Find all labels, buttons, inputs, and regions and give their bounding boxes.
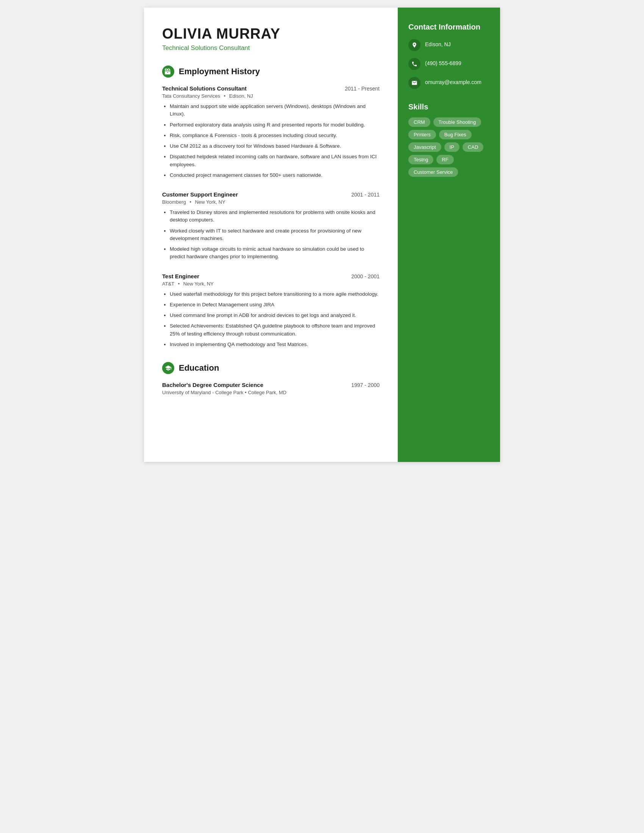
skills-section: Skills CRMTrouble ShootingPrintersBug Fi…: [408, 103, 489, 177]
separator: •: [189, 199, 191, 205]
skill-tag: Bug Fixes: [439, 130, 472, 139]
edu-dates: 1997 - 2000: [351, 382, 380, 388]
job-header: Customer Support Engineer 2001 - 2011: [162, 191, 380, 198]
job-bullet: Modeled high voltage circuits to mimic a…: [170, 245, 380, 261]
job-bullet: Traveled to Disney stores and implemente…: [170, 209, 380, 224]
edu-degree: Bachelor's Degree Computer Science: [162, 382, 263, 388]
education-list: Bachelor's Degree Computer Science 1997 …: [162, 382, 380, 395]
job-bullets: Traveled to Disney stores and implemente…: [162, 209, 380, 261]
resume-wrapper: OLIVIA MURRAY Technical Solutions Consul…: [144, 8, 500, 462]
job-bullet: Used command line prompt in ADB for andr…: [170, 312, 380, 319]
contact-email-text: omurray@example.com: [425, 77, 481, 86]
job-bullet: Risk, compliance & Forensics - tools & p…: [170, 132, 380, 139]
job-bullet: Dispatched helpdesk related incoming cal…: [170, 153, 380, 169]
candidate-name: OLIVIA MURRAY: [162, 26, 380, 42]
skill-tag: IP: [444, 142, 459, 152]
education-section-header: Education: [162, 362, 380, 374]
job-dates: 2011 - Present: [345, 85, 380, 92]
job-header: Technical Solutions Consultant 2011 - Pr…: [162, 85, 380, 92]
job-entry: Technical Solutions Consultant 2011 - Pr…: [162, 85, 380, 179]
job-title: Customer Support Engineer: [162, 191, 238, 198]
location-icon-wrap: [408, 39, 420, 51]
job-company: Tata Consultancy Services • Edison, NJ: [162, 93, 380, 99]
sidebar: Contact Information Edison, NJ (490) 555…: [398, 8, 500, 462]
education-section-title: Education: [179, 363, 219, 373]
job-bullet: Conducted project management classes for…: [170, 172, 380, 179]
skill-tag: Printers: [408, 130, 436, 139]
job-bullet: Used waterfall methodology for this proj…: [170, 290, 380, 298]
job-dates: 2001 - 2011: [351, 191, 380, 198]
jobs-list: Technical Solutions Consultant 2011 - Pr…: [162, 85, 380, 348]
contact-location: Edison, NJ: [408, 39, 489, 51]
phone-icon-wrap: [408, 58, 420, 70]
job-entry: Customer Support Engineer 2001 - 2011 Bl…: [162, 191, 380, 261]
job-title: Test Engineer: [162, 273, 199, 280]
separator: •: [178, 281, 180, 286]
skills-tags: CRMTrouble ShootingPrintersBug FixesJava…: [408, 117, 489, 177]
employment-icon: [162, 66, 174, 78]
contact-section-title: Contact Information: [408, 23, 489, 31]
phone-icon: [411, 61, 417, 67]
candidate-title: Technical Solutions Consultant: [162, 44, 380, 52]
employment-section-header: Employment History: [162, 66, 380, 78]
edu-entry: Bachelor's Degree Computer Science 1997 …: [162, 382, 380, 395]
job-bullet: Experience in Defect Management using JI…: [170, 301, 380, 309]
edu-school: University of Maryland - College Park • …: [162, 390, 380, 395]
skill-tag: Testng: [408, 155, 433, 164]
location-icon: [411, 42, 417, 48]
job-bullet: Use CM 2012 as a discovery tool for Wind…: [170, 142, 380, 150]
employment-section-title: Employment History: [179, 67, 260, 77]
skill-tag: Trouble Shooting: [433, 117, 481, 127]
contact-phone-text: (490) 555-6899: [425, 58, 461, 68]
separator: •: [224, 93, 226, 99]
skill-tag: Javascript: [408, 142, 441, 152]
job-company: AT&T • New York, NY: [162, 281, 380, 286]
job-title: Technical Solutions Consultant: [162, 85, 246, 92]
job-bullets: Used waterfall methodology for this proj…: [162, 290, 380, 349]
contact-phone: (490) 555-6899: [408, 58, 489, 70]
job-bullet: Performed exploratory data analysis usin…: [170, 121, 380, 129]
contact-email: omurray@example.com: [408, 77, 489, 89]
job-dates: 2000 - 2001: [351, 273, 380, 280]
email-icon-wrap: [408, 77, 420, 89]
skills-title: Skills: [408, 103, 489, 111]
skill-tag: Customer Service: [408, 167, 458, 177]
job-company: Bloomberg • New York, NY: [162, 199, 380, 205]
job-bullet: Selected Achievements: Established QA gu…: [170, 322, 380, 338]
skill-tag: CRM: [408, 117, 430, 127]
job-entry: Test Engineer 2000 - 2001 AT&T • New Yor…: [162, 273, 380, 349]
job-bullet: Involved in implementing QA methodology …: [170, 341, 380, 348]
contact-location-text: Edison, NJ: [425, 39, 451, 48]
edu-header: Bachelor's Degree Computer Science 1997 …: [162, 382, 380, 388]
skill-tag: RF: [436, 155, 454, 164]
job-bullets: Maintain and support site wide applicati…: [162, 103, 380, 179]
education-icon: [162, 362, 174, 374]
job-bullet: Worked closely with IT to select hardwar…: [170, 227, 380, 243]
job-header: Test Engineer 2000 - 2001: [162, 273, 380, 280]
skill-tag: CAD: [462, 142, 483, 152]
job-bullet: Maintain and support site wide applicati…: [170, 103, 380, 118]
email-icon: [411, 80, 417, 86]
separator: •: [245, 390, 246, 395]
main-content: OLIVIA MURRAY Technical Solutions Consul…: [144, 8, 398, 462]
